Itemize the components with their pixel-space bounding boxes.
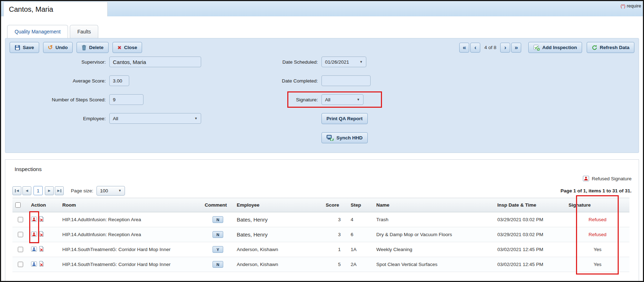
employee-select[interactable]: All ▼ — [109, 113, 201, 124]
column-header-action[interactable]: Action — [28, 198, 59, 212]
next-record-button[interactable]: › — [500, 43, 510, 53]
remove-inspection-icon[interactable] — [39, 231, 44, 238]
save-button[interactable]: Save — [10, 42, 39, 53]
signature-cell: Yes — [566, 242, 629, 257]
remove-inspection-icon[interactable] — [39, 261, 44, 268]
current-page-number[interactable]: 1 — [33, 186, 43, 195]
step-cell: 2A — [348, 257, 373, 272]
column-header-step[interactable]: Step — [348, 198, 373, 212]
step-name-cell: Weekly Cleaning — [373, 242, 494, 257]
remove-inspection-icon[interactable] — [39, 246, 44, 253]
chevron-down-icon: ▼ — [118, 189, 121, 192]
table-row[interactable]: HIP.14.AdultInfusion: Reception Area N B… — [12, 212, 629, 227]
signature-cell: Refused — [566, 212, 629, 227]
chevron-down-icon: ▼ — [360, 60, 363, 64]
room-cell: HIP.14.SouthTreatmentG: Corridor Hard Mo… — [59, 242, 202, 257]
column-header-room[interactable]: Room — [59, 198, 202, 212]
column-header-date[interactable]: Insp Date & Time — [494, 198, 566, 212]
inspection-form: Supervisor: Average Score: Number of Ste… — [10, 57, 634, 143]
score-cell: 5 — [323, 257, 348, 272]
grid-first-page-button[interactable]: ◀ — [12, 186, 21, 195]
supervisor-input[interactable] — [109, 57, 201, 67]
record-position: 4 of 8 — [484, 45, 496, 50]
refresh-data-button[interactable]: Refresh Data — [587, 42, 634, 53]
date-completed-input[interactable] — [321, 75, 371, 86]
row-select-checkbox[interactable] — [18, 247, 23, 252]
comment-badge[interactable]: N — [213, 231, 223, 238]
synch-hhd-button[interactable]: Synch HHD — [321, 132, 368, 143]
grid-next-page-button[interactable]: ▶ — [45, 186, 54, 195]
date-scheduled-select[interactable]: 01/26/2021 ▼ — [321, 57, 366, 67]
inspections-body: HIP.14.AdultInfusion: Reception Area N B… — [12, 212, 629, 272]
grid-last-page-button[interactable]: ▶ — [55, 186, 64, 195]
comment-badge[interactable]: N — [213, 261, 223, 268]
refresh-data-label: Refresh Data — [600, 45, 629, 50]
table-row[interactable]: HIP.14.SouthTreatmentG: Corridor Hard Mo… — [12, 242, 629, 257]
required-asterisk: (*) — [621, 3, 625, 9]
date-scheduled-label: Date Scheduled: — [254, 59, 318, 65]
step-cell: 1A — [348, 242, 373, 257]
toolbar: Save ↺ Undo Delete ✖ Close — [10, 42, 634, 53]
step-name-cell: Dry & Damp Mop or Vacuum Floors — [373, 227, 494, 242]
delete-button[interactable]: Delete — [77, 42, 109, 53]
signature-status-icon[interactable] — [31, 246, 37, 252]
supervisor-label: Supervisor: — [11, 59, 106, 65]
previous-record-button[interactable]: ‹ — [470, 43, 480, 53]
last-record-button[interactable]: » — [511, 43, 521, 53]
score-cell: 1 — [323, 242, 348, 257]
tab-quality-management[interactable]: Quality Management — [7, 25, 68, 38]
add-inspection-button[interactable]: Add Inspection — [528, 42, 582, 53]
employee-cell: Bates, Henry — [234, 227, 323, 242]
required-text: require — [625, 3, 641, 9]
signature-cell: Refused — [566, 227, 629, 242]
signature-select-value: All — [325, 97, 330, 102]
table-row[interactable]: HIP.14.SouthTreatmentG: Corridor Hard Mo… — [12, 257, 629, 272]
date-scheduled-value: 01/26/2021 — [325, 59, 349, 65]
row-select-checkbox[interactable] — [18, 232, 23, 237]
app-window: Cantos, Maria (*) require Quality Manage… — [0, 0, 644, 282]
signature-status-icon[interactable] — [31, 231, 37, 237]
print-qa-report-button[interactable]: Print QA Report — [321, 113, 368, 124]
comment-badge[interactable]: N — [213, 216, 223, 223]
inspections-heading: Inspections — [12, 160, 632, 173]
column-header-signature[interactable]: Signature — [566, 198, 629, 212]
inspections-table-wrap: Action Room Comment Employee Score Step … — [12, 198, 632, 272]
column-header-comment[interactable]: Comment — [202, 198, 234, 212]
employee-cell: Anderson, Kishawn — [234, 257, 323, 272]
select-all-checkbox[interactable] — [15, 202, 21, 208]
column-header-score[interactable]: Score — [323, 198, 348, 212]
grid-previous-page-button[interactable]: ◀ — [22, 186, 31, 195]
date-completed-label: Date Completed: — [254, 78, 318, 84]
row-select-checkbox[interactable] — [18, 217, 23, 222]
refused-signature-legend-label: Refused Signature — [592, 176, 632, 181]
first-record-button[interactable]: « — [459, 43, 469, 53]
synch-hhd-label: Synch HHD — [336, 135, 363, 140]
insp-date-cell: 03/29/2021 03:02 PM — [494, 212, 566, 227]
close-button[interactable]: ✖ Close — [112, 42, 142, 53]
column-header-name[interactable]: Name — [373, 198, 494, 212]
undo-button[interactable]: ↺ Undo — [43, 42, 73, 53]
column-header-employee[interactable]: Employee — [234, 198, 323, 212]
row-select-checkbox[interactable] — [18, 262, 23, 267]
page-size-select[interactable]: 100 ▼ — [96, 186, 125, 196]
score-cell: 3 — [323, 212, 348, 227]
insp-date-cell: 03/02/2021 12:45 PM — [494, 242, 566, 257]
record-pager: « ‹ 4 of 8 › » — [459, 43, 521, 53]
signature-label: Signature: — [254, 97, 318, 102]
signature-status-icon[interactable] — [31, 261, 37, 267]
tab-faults[interactable]: Faults — [70, 25, 98, 38]
remove-inspection-icon[interactable] — [39, 216, 44, 223]
employee-cell: Bates, Henry — [234, 212, 323, 227]
refused-signature-icon — [583, 175, 589, 182]
average-score-input[interactable] — [109, 75, 129, 86]
step-cell: 4 — [348, 212, 373, 227]
refused-signature-legend: Refused Signature — [12, 174, 632, 183]
undo-icon: ↺ — [48, 44, 53, 50]
steps-scored-input[interactable] — [109, 94, 143, 105]
table-row[interactable]: HIP.14.AdultInfusion: Reception Area N B… — [12, 227, 629, 242]
signature-select[interactable]: All ▼ — [321, 94, 363, 105]
page-size-label: Page size: — [71, 188, 93, 193]
signature-status-icon[interactable] — [31, 216, 37, 222]
comment-badge[interactable]: Y — [213, 246, 223, 253]
save-button-label: Save — [23, 45, 34, 50]
